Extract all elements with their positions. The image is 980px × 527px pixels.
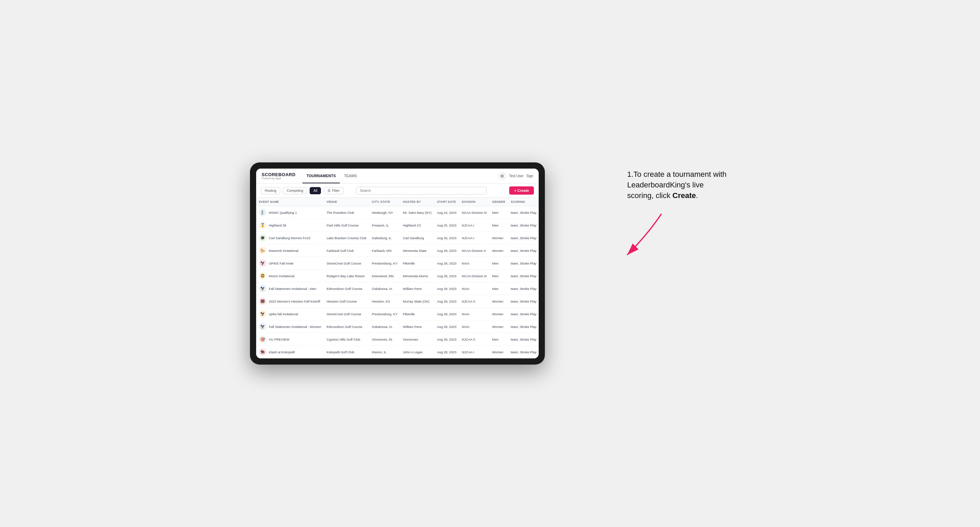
start-date-cell: Aug 28, 2023 [434, 308, 459, 321]
event-name: upike fall invitational [269, 312, 298, 316]
toolbar: Hosting Competing All ☰ Filter + Create [256, 184, 539, 198]
venue-cell: Kokopelli Golf Club [324, 346, 369, 359]
tab-tournaments[interactable]: TOURNAMENTS [302, 168, 340, 183]
event-name-cell: 🦁 Morris Invitational [256, 270, 324, 283]
table-row: 🐻 2023 Women's Hesston Fall Kickoff Hess… [256, 295, 539, 308]
event-name-cell: 🎓 Carl Sandburg Women FA23 [256, 232, 324, 244]
event-name-cell: 🐻 2023 Women's Hesston Fall Kickoff [256, 295, 324, 308]
create-button[interactable]: + Create [509, 186, 534, 195]
competing-button[interactable]: Competing [283, 187, 307, 194]
event-name: Fall Statesmen Invitational - Men [269, 287, 316, 290]
start-date-cell: Aug 24, 2023 [434, 206, 459, 219]
start-date-cell: Aug 28, 2023 [434, 295, 459, 308]
city-cell: Oskaloosa, IA [369, 321, 400, 333]
venue-cell: Cypress Hills Golf Club [324, 333, 369, 346]
tablet-screen: SCOREBOARD Powered by clippit TOURNAMENT… [256, 168, 539, 359]
gender-cell: Men [489, 206, 508, 219]
city-cell: Prestonsburg, KY [369, 257, 400, 270]
city-cell: Freeport, IL [369, 219, 400, 232]
city-cell: Prestonsburg, KY [369, 308, 400, 321]
col-hosted-by: HOSTED BY [400, 198, 434, 206]
start-date-cell: Aug 28, 2023 [434, 346, 459, 359]
venue-cell: Park Hills Golf Course [324, 219, 369, 232]
gender-cell: Men [489, 283, 508, 295]
start-date-cell: Aug 28, 2023 [434, 270, 459, 283]
venue-cell: The Powelton Club [324, 206, 369, 219]
brand-sub: Powered by clippit [262, 177, 296, 180]
all-button[interactable]: All [310, 187, 321, 194]
app-header: SCOREBOARD Powered by clippit TOURNAMENT… [256, 168, 539, 184]
gender-cell: Women [489, 244, 508, 257]
header-right: ⚙ Test User Sign [498, 172, 533, 180]
hosted-by-cell: John A Logan [400, 346, 434, 359]
table-row: 🎓 Carl Sandburg Women FA23 Lake Bracken … [256, 232, 539, 244]
sign-out-label[interactable]: Sign [527, 174, 533, 178]
col-scoring: SCORING [508, 198, 539, 206]
scoring-cell: team, Stroke Play [508, 346, 539, 359]
col-gender: GENDER [489, 198, 508, 206]
start-date-cell: Aug 28, 2023 [434, 333, 459, 346]
event-icon: 🦬 [259, 348, 266, 356]
division-cell: NJCAA I [459, 346, 489, 359]
division-cell: NCAA Division III [459, 270, 489, 283]
event-name-cell: 🦬 Klash at Kokopelli [256, 346, 324, 359]
event-icon: 🎓 [259, 234, 266, 241]
hosted-by-cell: William Penn [400, 283, 434, 295]
hosted-by-cell: Minnesota-Morris [400, 270, 434, 283]
scoring-cell: team, Stroke Play [508, 244, 539, 257]
gender-cell: Men [489, 270, 508, 283]
event-icon: 🦅 [259, 310, 266, 317]
hosted-by-cell: Minnesota State [400, 244, 434, 257]
col-venue: VENUE [324, 198, 369, 206]
scoring-cell: team, Stroke Play [508, 270, 539, 283]
settings-icon[interactable]: ⚙ [498, 172, 506, 180]
venue-cell: Ruttger's Bay Lake Resort [324, 270, 369, 283]
venue-cell: StoneCrest Golf Course [324, 257, 369, 270]
gender-cell: Men [489, 219, 508, 232]
start-date-cell: Aug 25, 2023 [434, 219, 459, 232]
event-name-cell: 🦅 Fall Statesmen Invitational - Women [256, 321, 324, 333]
scoring-cell: team, Stroke Play [508, 321, 539, 333]
gender-cell: Women [489, 321, 508, 333]
hosted-by-cell: Murray State (OK) [400, 295, 434, 308]
event-name-cell: 🎯 VU PREVIEW [256, 333, 324, 346]
division-cell: NCAA Division II [459, 244, 489, 257]
event-name-cell: 🦅 upike fall invitational [256, 308, 324, 321]
venue-cell: Edmundson Golf Course [324, 321, 369, 333]
city-cell: Vincennes, IN [369, 333, 400, 346]
search-input[interactable] [356, 187, 487, 195]
event-name-cell: 🦅 UPIKE Fall Invite [256, 257, 324, 270]
scoring-cell: team, Stroke Play [508, 206, 539, 219]
tab-teams[interactable]: TEAMS [340, 168, 361, 183]
scoring-cell: team, Stroke Play [508, 295, 539, 308]
event-name-cell: 🐎 Maverick Invitational [256, 244, 324, 257]
city-cell: Oskaloosa, IA [369, 283, 400, 295]
hosting-button[interactable]: Hosting [261, 187, 280, 194]
tablet-frame: SCOREBOARD Powered by clippit TOURNAMENT… [250, 162, 545, 365]
gender-cell: Women [489, 295, 508, 308]
event-name: MSMC Qualifying 1 [269, 211, 297, 214]
table-row: 🦁 Morris Invitational Ruttger's Bay Lake… [256, 270, 539, 283]
filter-icon: ☰ [328, 189, 331, 192]
division-cell: NCAA Division III [459, 206, 489, 219]
division-cell: NJCAA I [459, 219, 489, 232]
city-cell: Galesburg, IL [369, 232, 400, 244]
event-name-cell: 🦅 Fall Statesmen Invitational - Men [256, 283, 324, 295]
nav-tabs: TOURNAMENTS TEAMS [302, 168, 361, 183]
event-icon: 🦁 [259, 272, 266, 279]
col-event-name: EVENT NAME [256, 198, 324, 206]
start-date-cell: Aug 28, 2023 [434, 283, 459, 295]
table-row: 🦅 upike fall invitational StoneCrest Gol… [256, 308, 539, 321]
city-cell: Deerwood, MN [369, 270, 400, 283]
hosted-by-cell: Carl Sandburg [400, 232, 434, 244]
scoring-cell: team, Stroke Play [508, 333, 539, 346]
start-date-cell: Aug 26, 2023 [434, 232, 459, 244]
start-date-cell: Aug 28, 2023 [434, 244, 459, 257]
table-row: 🎯 VU PREVIEW Cypress Hills Golf Club Vin… [256, 333, 539, 346]
division-cell: NJCAA I [459, 232, 489, 244]
table-row: 🦬 Klash at Kokopelli Kokopelli Golf Club… [256, 346, 539, 359]
event-icon: 🏌️ [259, 209, 266, 216]
filter-button[interactable]: ☰ Filter [324, 187, 343, 194]
gender-cell: Women [489, 232, 508, 244]
table-row: 🏅 Highland 36 Park Hills Golf Course Fre… [256, 219, 539, 232]
